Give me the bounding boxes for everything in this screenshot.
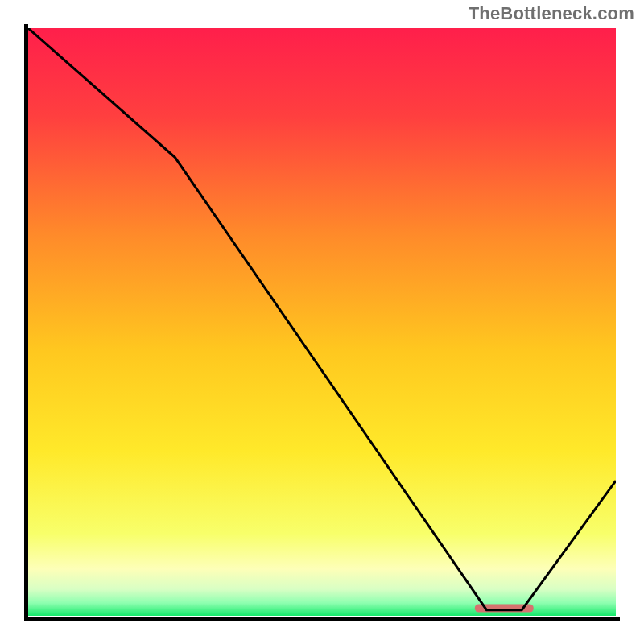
x-axis bbox=[24, 617, 620, 621]
plot-area bbox=[28, 28, 616, 616]
watermark-text: TheBottleneck.com bbox=[469, 3, 634, 24]
chart-svg bbox=[28, 28, 616, 616]
chart-frame: TheBottleneck.com bbox=[0, 0, 644, 644]
gradient-background bbox=[28, 28, 616, 616]
